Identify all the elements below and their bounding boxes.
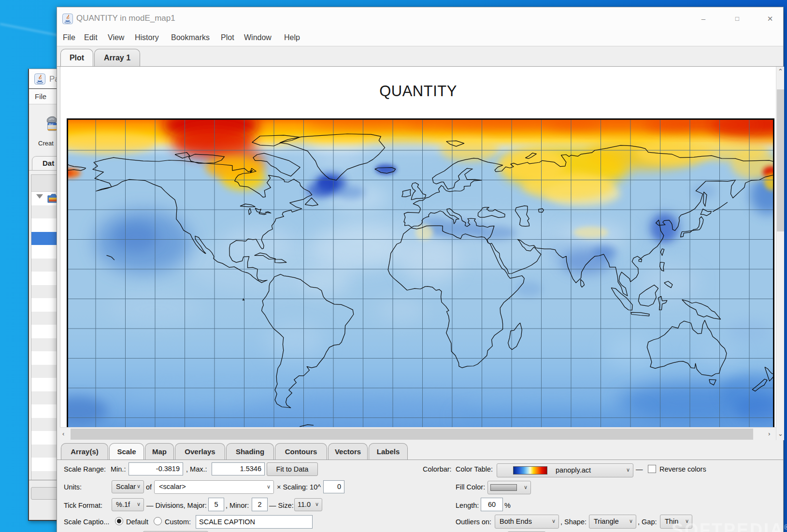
svg-text:Mod: Mod xyxy=(49,123,53,126)
